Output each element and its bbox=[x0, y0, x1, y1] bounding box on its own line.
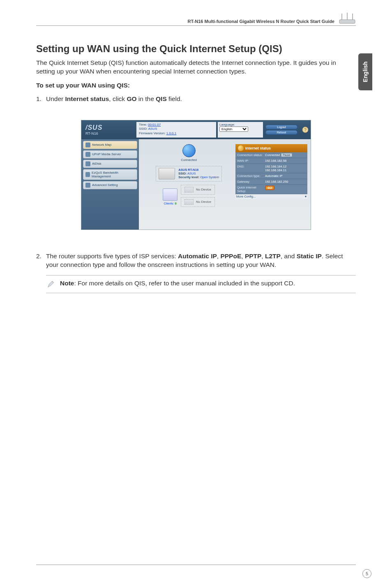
no-device-2: No Device bbox=[181, 197, 215, 207]
help-icon[interactable]: ? bbox=[302, 126, 309, 133]
svg-text:?: ? bbox=[304, 128, 307, 132]
language-side-tab-label: English bbox=[362, 62, 369, 83]
connection-label: Connected bbox=[181, 158, 197, 162]
advanced-icon bbox=[85, 183, 90, 188]
step-1-num: 1. bbox=[36, 95, 42, 103]
svg-rect-0 bbox=[339, 20, 355, 23]
reboot-button[interactable]: Reboot bbox=[265, 130, 297, 135]
router-device-icon bbox=[159, 168, 175, 179]
globe-icon[interactable] bbox=[182, 144, 196, 157]
upnp-icon bbox=[85, 152, 90, 157]
internet-status-panel: Internet status Connection status:Connec… bbox=[235, 144, 307, 225]
sidebar-item-upnp[interactable]: UPnP Media Server bbox=[83, 150, 137, 158]
section-title: Setting up WAN using the Quick Internet … bbox=[36, 43, 356, 55]
language-select[interactable]: English bbox=[219, 126, 248, 132]
firmware-link[interactable]: 1.0.0.1 bbox=[166, 131, 176, 135]
document-header: RT-N16 Multi-functional Gigabit Wireless… bbox=[36, 12, 356, 26]
intro-paragraph: The Quick Internet Setup (QIS) function … bbox=[36, 59, 356, 76]
pause-button[interactable]: Pause bbox=[281, 153, 292, 157]
no-device-1: No Device bbox=[181, 185, 215, 195]
router-device[interactable]: ASUS RT-N16 SSID: ASUS Security level: O… bbox=[156, 166, 221, 181]
status-header: Internet status bbox=[245, 146, 271, 150]
sidebar-item-aidisk[interactable]: AiDisk bbox=[83, 160, 137, 168]
router-icon bbox=[339, 12, 356, 25]
client-icon bbox=[163, 188, 178, 201]
note-block: Note: For more details on QIS, refer to … bbox=[46, 275, 356, 293]
go-button[interactable]: GO bbox=[265, 186, 274, 190]
clients-block[interactable]: Clients: 0 No Device No Device bbox=[163, 185, 215, 209]
time-link[interactable]: 00:01:07 bbox=[148, 123, 161, 126]
router-ui-screenshot: /SUS RT-N16 Time: 00:01:07 SSID: ASUS Fi… bbox=[36, 120, 356, 230]
sidebar-item-network-map[interactable]: Network Map bbox=[83, 141, 137, 149]
language-panel: Language: English bbox=[218, 122, 263, 138]
footer-rule bbox=[36, 565, 356, 565]
sidebar-item-advanced[interactable]: Advanced Setting bbox=[83, 181, 137, 189]
logout-button[interactable]: Logout bbox=[265, 125, 297, 129]
pencil-icon bbox=[47, 280, 56, 289]
step-2: 2. The router supports five types of ISP… bbox=[36, 252, 356, 269]
asus-logo: /SUS RT-N16 bbox=[81, 120, 135, 139]
page-number: 5 bbox=[362, 569, 371, 578]
language-side-tab: English bbox=[358, 53, 372, 90]
step-1: 1. Under Internet status, click GO in th… bbox=[36, 95, 356, 103]
more-config-select[interactable]: More Config... bbox=[236, 195, 256, 198]
chevron-down-icon[interactable]: ▾ bbox=[305, 195, 307, 198]
header-title: RT-N16 Multi-functional Gigabit Wireless… bbox=[188, 19, 334, 24]
setup-heading: To set up your WAN using QIS: bbox=[36, 82, 356, 89]
step-2-num: 2. bbox=[36, 252, 42, 261]
ezqos-icon bbox=[85, 172, 90, 177]
usb-icon bbox=[184, 199, 194, 205]
status-globe-icon bbox=[238, 145, 244, 151]
router-info-panel: Time: 00:01:07 SSID: ASUS Firmware Versi… bbox=[136, 122, 216, 138]
aidisk-icon bbox=[85, 161, 90, 166]
sidebar: Network Map UPnP Media Server AiDisk EzQ… bbox=[81, 139, 139, 230]
sidebar-item-ezqos[interactable]: EzQoS Bandwidth Management bbox=[83, 169, 137, 180]
network-map-icon bbox=[85, 142, 90, 147]
usb-icon bbox=[184, 187, 194, 193]
